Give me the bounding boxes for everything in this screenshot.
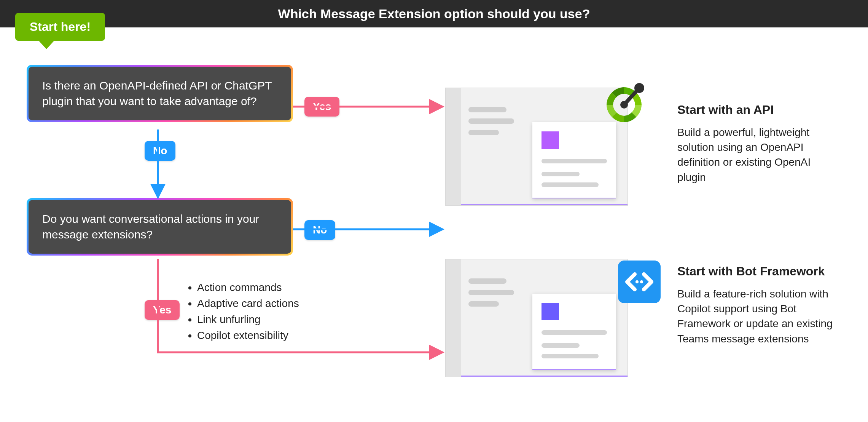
decision-yes-q2: Yes — [145, 300, 180, 320]
bot-option-title: Start with Bot Framework — [677, 264, 841, 279]
list-item: Action commands — [197, 280, 299, 296]
page-title: Which Message Extension option should yo… — [278, 6, 590, 21]
api-gauge-icon — [601, 78, 647, 124]
bot-option-block: Start with Bot Framework Build a feature… — [677, 264, 841, 346]
question-box-conversational: Do you want conversational actions in yo… — [27, 198, 293, 256]
svg-point-7 — [635, 280, 639, 283]
api-option-block: Start with an API Build a powerful, ligh… — [677, 102, 841, 185]
bot-code-icon — [616, 259, 662, 305]
question-box-openapi: Is there an OpenAPI-defined API or ChatG… — [27, 65, 293, 122]
list-item: Link unfurling — [197, 312, 299, 328]
header-bar: Which Message Extension option should yo… — [0, 0, 868, 27]
svg-point-8 — [640, 280, 643, 283]
svg-point-4 — [620, 101, 628, 109]
decision-no-q2: No — [304, 220, 335, 240]
bot-option-desc: Build a feature-rich solution with Copil… — [677, 286, 841, 346]
api-option-desc: Build a powerful, lightweight solution u… — [677, 125, 841, 185]
illustration-api-card — [445, 88, 628, 206]
svg-rect-6 — [618, 261, 661, 303]
api-option-title: Start with an API — [677, 102, 841, 117]
question-text-conversational: Do you want conversational actions in yo… — [29, 200, 291, 254]
list-item: Adaptive card actions — [197, 296, 299, 312]
decision-no-q1: No — [145, 141, 175, 161]
question-text-openapi: Is there an OpenAPI-defined API or ChatG… — [29, 67, 291, 120]
start-here-badge: Start here! — [15, 13, 105, 41]
illustration-bot-card — [445, 259, 628, 377]
decision-yes-q1: Yes — [304, 97, 339, 117]
conversational-actions-list: Action commands Adaptive card actions Li… — [186, 280, 299, 344]
list-item: Copilot extensibility — [197, 328, 299, 344]
svg-point-5 — [634, 83, 644, 93]
